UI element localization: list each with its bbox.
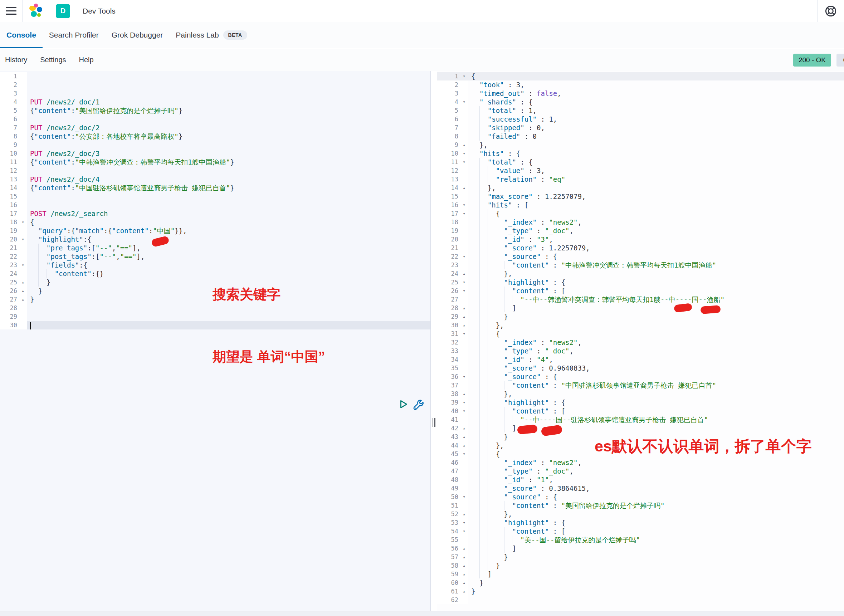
line-number: 46	[437, 458, 460, 467]
request-code-line: 19 "query":{"match":{"content":"中国"}},	[0, 226, 430, 235]
fold-gutter	[460, 475, 468, 484]
line-number: 4	[437, 98, 460, 106]
fold-toggle-icon[interactable]: ▴	[19, 286, 27, 295]
fold-toggle-icon[interactable]: ▾	[19, 218, 27, 226]
help-icon[interactable]	[825, 5, 837, 17]
response-code-line: 20 "_id" : "3",	[437, 235, 844, 243]
fold-toggle-icon[interactable]: ▾	[460, 407, 468, 415]
nav-menu-section[interactable]	[0, 0, 22, 22]
logo-section[interactable]	[22, 0, 50, 22]
response-code-line: 46 "_index" : "news2",	[437, 458, 844, 467]
fold-toggle-icon[interactable]: ▴	[460, 441, 468, 450]
fold-toggle-icon[interactable]: ▴	[460, 553, 468, 561]
fold-gutter	[460, 484, 468, 493]
line-number: 37	[437, 381, 460, 390]
fold-toggle-icon[interactable]: ▴	[19, 278, 27, 286]
fold-toggle-icon[interactable]: ▾	[460, 527, 468, 535]
line-number: 40	[437, 407, 460, 415]
fold-toggle-icon[interactable]: ▾	[460, 149, 468, 158]
response-viewer[interactable]: 1▾{2 "took" : 3,3 "timed_out" : false,4▾…	[437, 71, 844, 616]
help-section[interactable]	[817, 0, 844, 22]
fold-toggle-icon[interactable]: ▴	[460, 183, 468, 192]
line-number: 30	[0, 321, 19, 330]
menu-settings[interactable]: Settings	[40, 56, 66, 64]
elastic-logo	[28, 3, 44, 19]
menu-history[interactable]: History	[5, 56, 27, 64]
fold-toggle-icon[interactable]: ▴	[460, 570, 468, 578]
fold-toggle-icon[interactable]: ▾	[460, 286, 468, 295]
fold-toggle-icon[interactable]: ▾	[460, 398, 468, 407]
fold-toggle-icon[interactable]: ▴	[460, 321, 468, 330]
fold-toggle-icon[interactable]: ▴	[460, 578, 468, 587]
fold-gutter	[19, 312, 27, 321]
fold-toggle-icon[interactable]: ▾	[460, 72, 468, 81]
tab-search-profiler[interactable]: Search Profiler	[43, 22, 105, 48]
panel-resize-handle[interactable]	[431, 415, 437, 430]
request-options-wrench-icon[interactable]	[412, 399, 424, 410]
fold-toggle-icon[interactable]: ▴	[19, 295, 27, 304]
fold-toggle-icon[interactable]: ▾	[460, 252, 468, 261]
tab-grok-debugger[interactable]: Grok Debugger	[105, 22, 170, 48]
fold-toggle-icon[interactable]: ▾	[460, 158, 468, 166]
fold-toggle-icon[interactable]: ▾	[460, 518, 468, 527]
tab-painless-lab-label: Painless Lab	[176, 31, 219, 40]
fold-toggle-icon[interactable]: ▾	[460, 330, 468, 338]
space-section[interactable]: D	[50, 0, 76, 22]
fold-toggle-icon[interactable]: ▾	[460, 98, 468, 106]
fold-toggle-icon[interactable]: ▴	[460, 304, 468, 312]
fold-gutter	[460, 243, 468, 252]
hamburger-menu-icon[interactable]	[6, 7, 16, 15]
response-code-line: 10▾ "hits" : {	[437, 149, 844, 158]
fold-toggle-icon[interactable]: ▴	[460, 141, 468, 149]
line-number: 18	[437, 218, 460, 226]
response-code-line: 33 "_type" : "_doc",	[437, 347, 844, 355]
fold-toggle-icon[interactable]: ▾	[460, 209, 468, 218]
code-text: PUT /news2/_doc/4	[27, 175, 430, 183]
fold-toggle-icon[interactable]: ▴	[460, 510, 468, 518]
menu-help[interactable]: Help	[79, 56, 94, 64]
response-code-line: 48 "_id" : "1",	[437, 475, 844, 484]
line-number: 2	[437, 81, 460, 89]
bottom-scrollbar-track[interactable]	[0, 611, 844, 616]
response-code-line: 53▾ "highlight" : {	[437, 518, 844, 527]
fold-gutter	[19, 89, 27, 98]
code-text: "_id" : "3",	[468, 235, 844, 243]
tab-console-label: Console	[6, 31, 36, 40]
line-number: 10	[437, 149, 460, 158]
fold-toggle-icon[interactable]: ▴	[460, 433, 468, 441]
fold-toggle-icon[interactable]: ▴	[460, 312, 468, 321]
fold-gutter	[19, 201, 27, 209]
fold-toggle-icon[interactable]: ▴	[460, 269, 468, 278]
fold-toggle-icon[interactable]: ▾	[19, 235, 27, 243]
fold-toggle-icon[interactable]: ▾	[460, 373, 468, 381]
fold-toggle-icon[interactable]: ▴	[460, 390, 468, 398]
tab-console[interactable]: Console	[0, 22, 43, 48]
fold-toggle-icon[interactable]: ▾	[460, 493, 468, 501]
response-code-line: 62	[437, 595, 844, 604]
code-text: "value" : 3,	[468, 166, 844, 175]
fold-gutter	[460, 218, 468, 226]
response-code-line: 2 "took" : 3,	[437, 81, 844, 89]
response-code-line: 12 "value" : 3,	[437, 166, 844, 175]
fold-toggle-icon[interactable]: ▴	[460, 587, 468, 595]
code-text: "highlight" : {	[468, 518, 844, 527]
fold-toggle-icon[interactable]: ▾	[460, 201, 468, 209]
send-request-play-icon[interactable]	[398, 399, 409, 409]
code-text: "took" : 3,	[468, 81, 844, 89]
code-text: {	[468, 330, 844, 338]
code-text: }	[468, 578, 844, 587]
line-number: 15	[437, 192, 460, 201]
code-text: "total" : 1,	[468, 106, 844, 115]
line-number: 16	[437, 201, 460, 209]
line-number: 33	[437, 347, 460, 355]
space-badge[interactable]: D	[56, 4, 70, 18]
fold-toggle-icon[interactable]: ▾	[460, 278, 468, 286]
code-text: "_score" : 0.9640833,	[468, 364, 844, 373]
fold-toggle-icon[interactable]: ▴	[460, 424, 468, 433]
fold-toggle-icon[interactable]: ▾	[460, 450, 468, 458]
tab-painless-lab[interactable]: Painless Lab BETA	[169, 22, 253, 48]
fold-toggle-icon[interactable]: ▾	[19, 261, 27, 269]
fold-toggle-icon[interactable]: ▴	[460, 561, 468, 570]
fold-toggle-icon[interactable]: ▴	[460, 544, 468, 553]
code-text: "_type" : "_doc",	[468, 347, 844, 355]
